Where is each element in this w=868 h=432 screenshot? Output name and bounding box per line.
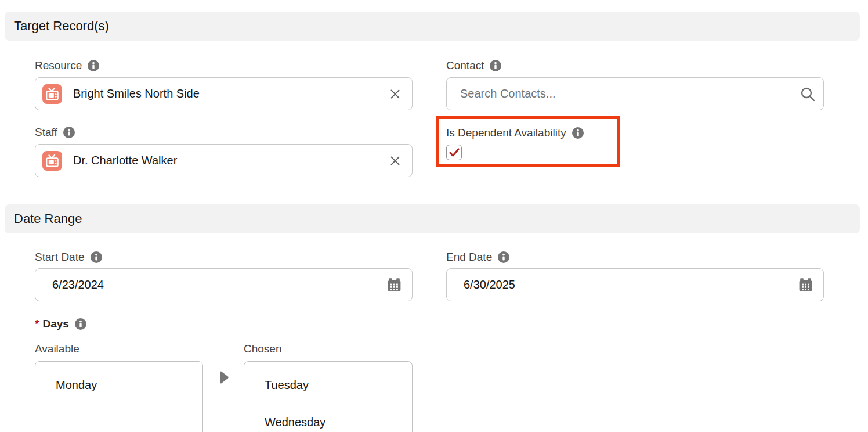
staff-value: Dr. Charlotte Walker [73,154,177,167]
available-listbox-label: Available [35,343,79,355]
close-icon [389,154,402,167]
is-dependent-availability-label: Is Dependent Availability [446,127,566,139]
contact-label-row: Contact [446,59,501,73]
info-icon[interactable] [490,60,501,71]
resource-value: Bright Smiles North Side [73,87,200,100]
required-marker: * [35,318,39,330]
days-label-row: * Days [35,317,86,331]
checkmark-icon [449,148,460,157]
move-to-chosen-button[interactable] [217,368,232,387]
contact-search-input[interactable] [446,77,824,110]
end-date-label: End Date [446,251,492,264]
info-icon[interactable] [498,251,509,263]
start-date-input[interactable] [35,268,413,301]
staff-label-row: Staff [35,125,75,139]
is-dependent-availability-checkbox[interactable] [446,145,462,160]
info-icon[interactable] [88,60,99,71]
resource-label-row: Resource [35,59,99,73]
section-title: Date Range [14,211,82,226]
info-icon[interactable] [91,251,102,263]
resource-lookup-pill[interactable]: Bright Smiles North Side [35,77,413,110]
search-icon [800,86,816,102]
listbox-option[interactable]: Tuesday [244,366,412,404]
close-icon [389,88,402,100]
tv-icon [42,84,62,104]
resource-label: Resource [35,59,82,72]
calendar-icon[interactable] [386,277,402,293]
info-icon[interactable] [63,127,75,138]
available-listbox[interactable]: Monday [35,361,203,432]
days-label: Days [42,318,68,330]
end-date-label-row: End Date [446,250,509,264]
calendar-icon[interactable] [798,277,813,293]
resource-remove-button[interactable] [386,85,404,103]
start-date-label: Start Date [35,251,85,264]
annotation-highlight-box [436,116,620,167]
end-date-input[interactable] [446,268,824,301]
listbox-option[interactable]: Monday [35,366,202,404]
section-header-target-records: Target Record(s) [5,12,860,41]
contact-label: Contact [446,59,484,72]
right-arrow-icon [219,370,229,384]
section-header-date-range: Date Range [5,204,860,233]
chosen-listbox[interactable]: Tuesday Wednesday [244,361,413,432]
info-icon[interactable] [75,318,86,330]
info-icon[interactable] [572,127,584,139]
section-title: Target Record(s) [14,19,109,34]
chosen-listbox-label: Chosen [244,343,282,355]
staff-label: Staff [35,126,57,139]
is-dependent-availability-label-row: Is Dependent Availability [446,126,584,140]
start-date-label-row: Start Date [35,250,102,264]
staff-lookup-pill[interactable]: Dr. Charlotte Walker [35,144,413,177]
staff-remove-button[interactable] [386,152,404,170]
tv-icon [42,151,62,171]
listbox-option[interactable]: Wednesday [244,404,412,432]
